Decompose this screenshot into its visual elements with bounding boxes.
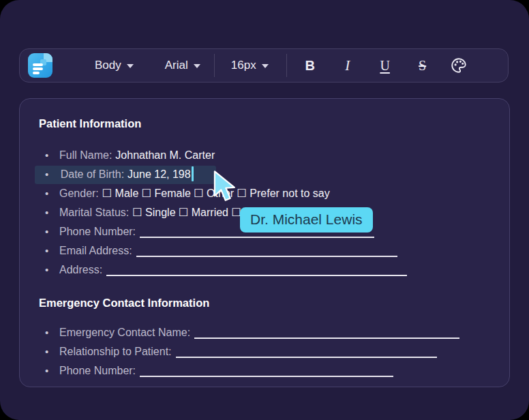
editor-window: Body Arial 16px B I U S [0,0,529,420]
list-item-relationship: • Relationship to Patient: [39,342,490,361]
bullet-icon: • [45,241,48,260]
italic-icon: I [345,57,350,74]
bullet-icon: • [45,342,48,361]
italic-button[interactable]: I [334,52,361,78]
underline-button[interactable]: U [372,52,399,78]
field-label: Marital Status: [59,207,129,218]
list-item-gender: • Gender:☐ Male ☐ Female ☐ Other ☐ Prefe… [39,184,490,203]
paragraph-style-dropdown[interactable]: Body [88,55,140,76]
toolbar-divider [286,54,287,77]
field-label: Phone Number: [59,226,136,237]
strikethrough-button[interactable]: S [409,52,436,78]
chevron-down-icon [262,64,269,68]
bold-icon: B [305,58,314,74]
underline-icon: U [380,58,389,74]
bullet-icon: • [45,361,48,380]
text-color-button[interactable] [445,52,472,78]
list-item-address: • Address: [39,260,490,280]
blank-line [176,347,437,358]
font-size-dropdown[interactable]: 16px [224,55,275,76]
field-label: Address: [59,264,102,275]
palette-icon [450,57,468,74]
list-item-emergency-phone: • Phone Number: [39,361,490,380]
field-label: Email Address: [59,245,132,256]
blank-line [194,328,459,339]
font-size-value: 16px [231,59,256,72]
field-label: Emergency Contact Name: [59,327,190,338]
blank-line [106,265,407,276]
field-label: Relationship to Patient: [59,346,172,357]
bullet-icon: • [45,323,48,342]
font-family-value: Arial [165,59,188,72]
field-label: Gender: [59,188,99,199]
font-family-dropdown[interactable]: Arial [158,55,207,76]
bullet-icon: • [45,184,48,203]
list-item-emergency-name: • Emergency Contact Name: [39,323,490,342]
blank-line [140,366,393,377]
collaborator-pointer-icon [211,170,237,204]
blank-line [136,246,397,257]
bullet-icon: • [45,146,48,165]
chevron-down-icon [194,64,200,68]
bullet-icon: • [45,222,48,241]
field-label: Date of Birth: [61,168,124,180]
collaborator-name-badge: Dr. Michael Lewis [240,207,373,232]
toolbar-divider [214,54,215,77]
section-heading: Patient Information [39,117,490,130]
list-item-date-of-birth: • Date of Birth:June 12, 198 [39,165,490,184]
list-item-full-name: • Full Name:Johnathan M. Carter [39,146,490,165]
bullet-icon: • [45,168,48,180]
formatting-toolbar: Body Arial 16px B I U S [19,48,509,82]
app-logo-icon [28,53,52,78]
section-heading: Emergency Contact Information [39,296,490,310]
chevron-down-icon [127,64,134,68]
field-value: June 12, 198 [127,168,191,180]
document-editor-surface[interactable]: Patient Information • Full Name:Johnatha… [19,98,510,387]
field-value: Johnathan M. Carter [115,149,215,161]
field-label: Full Name: [59,149,112,161]
text-caret [192,166,194,181]
emergency-contact-list: • Emergency Contact Name: • Relationship… [39,323,490,380]
bullet-icon: • [45,260,48,280]
paragraph-style-value: Body [95,59,121,72]
list-item-email-address: • Email Address: [39,241,490,260]
field-label: Phone Number: [59,365,136,376]
bold-button[interactable]: B [297,52,324,78]
strikethrough-icon: S [419,58,426,74]
bullet-icon: • [45,203,48,222]
